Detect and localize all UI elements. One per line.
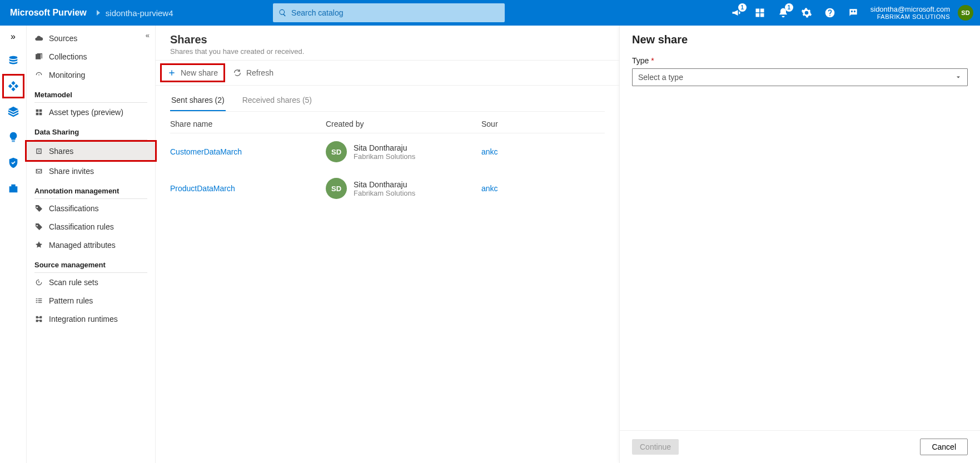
rail-insights[interactable] — [2, 125, 24, 150]
user-avatar[interactable]: SD — [958, 5, 973, 21]
rail-expand-button[interactable]: » — [0, 26, 26, 48]
refresh-label: Refresh — [246, 68, 273, 77]
tag-icon — [34, 204, 43, 213]
shield-check-icon — [7, 157, 19, 169]
nav-scan-rule-sets[interactable]: Scan rule sets — [27, 273, 155, 291]
nav-asset-types[interactable]: Asset types (preview) — [27, 103, 155, 121]
user-email: sidontha@microsoft.com — [870, 5, 950, 14]
rail-data-estate[interactable] — [2, 99, 24, 124]
hdr-announcements-button[interactable]: 1 — [725, 0, 748, 26]
nav-managed-attributes[interactable]: Managed attributes — [27, 236, 155, 254]
type-select-placeholder: Select a type — [638, 73, 683, 82]
hdr-help-button[interactable] — [818, 0, 842, 26]
user-org: FABRIKAM SOLUTIONS — [870, 13, 950, 21]
nav-label: Asset types (preview) — [49, 108, 123, 117]
hdr-feedback-button[interactable] — [842, 0, 865, 26]
nav-label: Scan rule sets — [49, 278, 98, 287]
data-map-icon — [7, 80, 19, 92]
nav-monitoring[interactable]: Monitoring — [27, 66, 155, 84]
share-name-link[interactable]: CustomerDataMarch — [170, 147, 242, 156]
hdr-settings-button[interactable] — [795, 0, 818, 26]
col-share-name[interactable]: Share name — [170, 120, 326, 128]
nav-label: Share invites — [49, 167, 94, 176]
page-title: Shares — [170, 33, 605, 46]
source-link[interactable]: ankc — [481, 184, 498, 193]
hdr-notifications-button[interactable]: 1 — [772, 0, 795, 26]
layers-icon — [7, 106, 19, 118]
creator-avatar: SD — [326, 178, 347, 199]
rail-data-catalog[interactable] — [2, 48, 24, 73]
panel-title: New share — [632, 33, 968, 46]
source-link[interactable]: ankc — [481, 147, 498, 156]
user-block[interactable]: sidontha@microsoft.com FABRIKAM SOLUTION… — [865, 5, 956, 21]
search-input[interactable] — [291, 8, 499, 17]
nav-sources[interactable]: Sources — [27, 29, 155, 47]
col-source[interactable]: Sour — [481, 120, 498, 128]
breadcrumb[interactable]: sidontha-purview4 — [106, 8, 173, 18]
secondary-nav: « Sources Collections Monitoring Metamod… — [27, 26, 156, 463]
nav-group-metamodel: Metamodel — [27, 84, 155, 102]
brand-title[interactable]: Microsoft Purview — [0, 8, 97, 18]
refresh-button[interactable]: Refresh — [227, 65, 279, 81]
tab-sent-shares[interactable]: Sent shares (2) — [170, 89, 226, 111]
plus-icon — [167, 68, 176, 77]
nav-classifications[interactable]: Classifications — [27, 199, 155, 217]
scan-icon — [34, 278, 43, 287]
nav-pattern-rules[interactable]: Pattern rules — [27, 291, 155, 310]
grid-body: CustomerDataMarchSDSita DontharajuFabrik… — [156, 133, 619, 207]
new-share-button[interactable]: New share — [160, 63, 225, 82]
nav-integration-runtimes[interactable]: Integration runtimes — [27, 310, 155, 328]
nav-label: Managed attributes — [49, 241, 116, 250]
continue-button[interactable]: Continue — [632, 439, 679, 455]
runtime-icon — [34, 315, 43, 323]
type-label: Type * — [632, 56, 968, 65]
new-share-label: New share — [181, 68, 218, 77]
pattern-icon — [34, 296, 43, 305]
hdr-grid-button[interactable] — [748, 0, 772, 26]
share-icon — [34, 147, 43, 156]
col-created-by[interactable]: Created by — [326, 120, 481, 128]
rail-management[interactable] — [2, 176, 24, 201]
type-select[interactable]: Select a type — [632, 68, 968, 86]
nav-label: Shares — [49, 147, 73, 156]
breadcrumb-sep-icon — [97, 10, 100, 16]
chevron-down-icon — [955, 74, 962, 81]
nav-group-source-mgmt: Source management — [27, 254, 155, 272]
search-box[interactable] — [273, 3, 505, 22]
nav-label: Monitoring — [49, 71, 85, 79]
panel-body: New share Type * Select a type — [620, 26, 980, 430]
grid-header: Share name Created by Sour — [156, 112, 619, 133]
creator-name: Sita Dontharaju — [354, 180, 415, 189]
secnav-collapse-button[interactable]: « — [146, 31, 150, 39]
nav-label: Pattern rules — [49, 296, 93, 305]
nav-share-invites[interactable]: Share invites — [27, 162, 155, 180]
creator-name: Sita Dontharaju — [354, 143, 415, 152]
required-mark: * — [651, 56, 654, 65]
asset-types-icon — [34, 108, 43, 117]
tabs: Sent shares (2) Received shares (5) — [156, 89, 619, 111]
nav-collections[interactable]: Collections — [27, 47, 155, 66]
toolbox-icon — [7, 182, 19, 195]
help-icon — [824, 7, 835, 18]
table-row: ProductDataMarchSDSita DontharajuFabrika… — [156, 170, 619, 207]
tab-received-shares[interactable]: Received shares (5) — [241, 89, 313, 111]
invites-icon — [34, 167, 43, 176]
rail-data-map[interactable] — [2, 74, 24, 98]
nav-label: Integration runtimes — [49, 315, 118, 323]
toolbar: New share Refresh — [156, 60, 619, 86]
rail-policies[interactable] — [2, 151, 24, 175]
tag-rules-icon — [34, 222, 43, 231]
nav-label: Sources — [49, 34, 77, 43]
nav-label: Classification rules — [49, 222, 114, 231]
grid-icon — [754, 7, 765, 18]
nav-group-annotation: Annotation management — [27, 180, 155, 198]
gauge-icon — [34, 71, 43, 79]
share-name-link[interactable]: ProductDataMarch — [170, 184, 235, 193]
nav-label: Collections — [49, 52, 87, 61]
nav-shares[interactable]: Shares — [27, 142, 155, 160]
cancel-button[interactable]: Cancel — [920, 439, 968, 455]
gear-icon — [801, 7, 812, 18]
nav-classification-rules[interactable]: Classification rules — [27, 217, 155, 236]
announcements-badge: 1 — [738, 3, 747, 12]
cloud-icon — [34, 34, 43, 43]
